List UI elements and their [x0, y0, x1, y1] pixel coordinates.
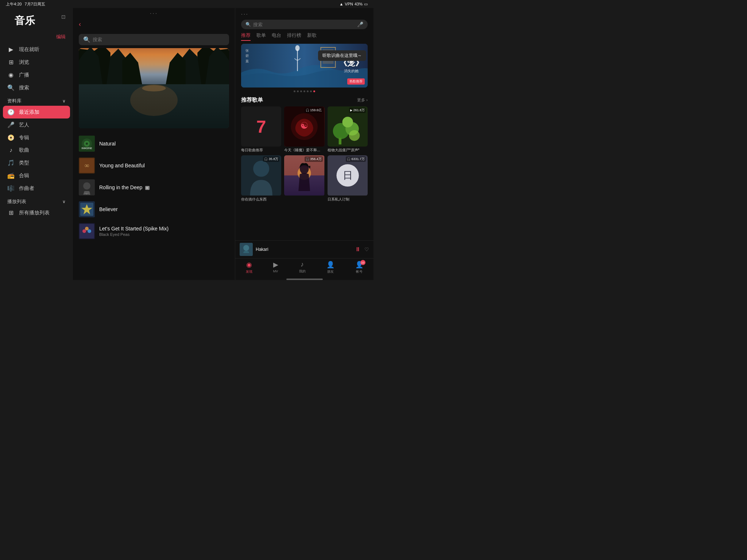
account-nav-label: 帐号 [356, 269, 363, 274]
sidebar-item-artists[interactable]: 🎤 艺人 [0, 118, 73, 131]
tab-new[interactable]: 新歌 [307, 32, 317, 41]
center-top-bar: ··· [73, 8, 235, 19]
playlist-card-daily7[interactable]: 7 每日歌曲推荐 [241, 106, 281, 152]
now-playing-info: Hakari [256, 247, 352, 252]
song-item-natural[interactable]: IMAGINE Natural [76, 133, 232, 155]
artists-icon: 🎤 [7, 121, 15, 128]
song-item-rolling[interactable]: ADELE Rolling in the Deep E [76, 176, 232, 198]
tooltip: 听歌识曲在这里哦～ [318, 50, 366, 61]
tab-movie[interactable]: 电台 [272, 32, 281, 41]
sidebar-item-genres[interactable]: 🎵 类型 [0, 156, 73, 169]
svg-text:ADELE: ADELE [83, 193, 90, 195]
song-item-believer[interactable]: Believer [76, 198, 232, 220]
sidebar-item-recent[interactable]: 🕐 最近添加 [3, 106, 70, 118]
sidebar-label-genres: 类型 [19, 160, 29, 166]
tabs-bar: 推荐 歌单 电台 排行榜 新歌 [235, 31, 374, 42]
account-nav-icon: 👤 10 [355, 261, 363, 269]
bottom-nav: ◉ 发现 ▶ MV ♪ 我的 👤 朋友 👤 10 帐号 [235, 258, 374, 278]
sidebar-item-composers[interactable]: 🎼 作曲者 [0, 182, 73, 195]
sidebar-item-radio[interactable]: ◉ 广播 [0, 69, 73, 81]
recommend-title: 推荐歌单 [241, 97, 263, 104]
playlist-section: 播放列表 ∨ [0, 195, 73, 206]
main-layout: 音乐 ⊡ 编辑 ▶ 现在就听 ⊞ 浏览 ◉ 广播 🔍 搜索 资料库 ∨ 🕐 最近… [0, 8, 374, 280]
tab-rank[interactable]: 排行榜 [287, 32, 301, 41]
right-panel: ··· 🔍 🎤 听歌识曲在这里哦～ 推荐 歌单 电台 排行榜 新歌 [235, 8, 374, 280]
playlist-card-japanese[interactable]: 日 🎧 6331.7万 日系私人订制 [328, 155, 368, 201]
svg-point-44 [349, 130, 360, 141]
right-search-bar[interactable]: 🔍 🎤 [241, 20, 368, 29]
svg-point-43 [342, 117, 353, 127]
now-playing-icon: ▶ [7, 46, 15, 53]
playlist-card-plants[interactable]: ▶ 261.8万 植物大战僵尸*原声* [328, 106, 368, 152]
heart-button[interactable]: ♡ [364, 246, 369, 252]
library-section: 资料库 ∨ [0, 94, 73, 106]
sidebar-label-browse: 浏览 [19, 59, 29, 66]
song-info-natural: Natural [99, 141, 229, 147]
playlist-card-whatdo[interactable]: 🎧 35.8万 你在搞什么东西 [241, 155, 281, 201]
playlist-card-sleep[interactable]: ☯ 🎧 159.6亿 今天《睡魔》爱不释... [284, 106, 324, 152]
song-title-rolling: Rolling in the Deep E [99, 184, 229, 190]
sidebar-label-artists: 艺人 [19, 122, 29, 128]
song-title-believer: Believer [99, 206, 229, 212]
discover-nav-icon: ◉ [246, 261, 252, 269]
center-search-input[interactable] [93, 37, 225, 42]
pause-button[interactable]: ⏸ [355, 246, 361, 253]
library-arrow[interactable]: ∨ [62, 98, 66, 104]
time: 上午4:20 [6, 1, 22, 7]
sidebar-item-albums[interactable]: 📀 专辑 [0, 131, 73, 144]
playlist-card-anime[interactable]: 🎧 356.4万 [284, 155, 324, 201]
nav-item-discover[interactable]: ◉ 发现 [246, 261, 252, 274]
more-link[interactable]: 更多 › [357, 97, 368, 103]
sidebar-item-search[interactable]: 🔍 搜索 [0, 81, 73, 94]
playlist-thumb-japanese: 日 🎧 6331.7万 [328, 155, 368, 195]
song-artist-lets: Black Eyed Peas [99, 232, 229, 237]
center-search-bar[interactable]: 🔍 [79, 34, 229, 45]
date: 7月7日周五 [24, 1, 45, 7]
edit-button[interactable]: 编辑 [56, 34, 66, 40]
nav-item-account[interactable]: 👤 10 帐号 [355, 261, 363, 274]
sidebar-label-compilations: 合辑 [19, 172, 29, 179]
sidebar-item-songs[interactable]: ♪ 歌曲 [0, 144, 73, 156]
sidebar-item-now-playing[interactable]: ▶ 现在就听 [0, 43, 73, 56]
compilations-icon: 📻 [7, 172, 15, 179]
songs-icon: ♪ [7, 147, 15, 153]
song-thumb-lets [79, 223, 95, 239]
search-area: 🔍 🎤 听歌识曲在这里哦～ [235, 18, 374, 31]
daily-number: 7 [256, 117, 266, 137]
playlist-name-japanese: 日系私人订制 [328, 197, 368, 202]
tab-playlist[interactable]: 歌单 [256, 32, 266, 41]
svg-point-21 [83, 182, 90, 190]
song-item-lets[interactable]: Let's Get It Started (Spike Mix) Black E… [76, 220, 232, 242]
now-playing-title: Hakari [256, 247, 352, 252]
playlist-arrow[interactable]: ∨ [62, 199, 66, 204]
sidebar-item-browse[interactable]: ⊞ 浏览 [0, 56, 73, 69]
sidebar-item-compilations[interactable]: 📻 合辑 [0, 169, 73, 182]
svg-text:∞: ∞ [85, 162, 89, 169]
nav-item-friends[interactable]: 👤 朋友 [326, 261, 334, 274]
center-dots: ··· [150, 10, 158, 17]
forest-scene [79, 48, 229, 128]
discover-nav-label: 发现 [246, 269, 252, 274]
battery-icon: ▭ [364, 2, 368, 7]
song-item-young[interactable]: ∞ Young and Beautiful [76, 155, 232, 176]
tab-discover[interactable]: 推荐 [241, 32, 251, 41]
playlist-count-anime: 🎧 356.4万 [305, 156, 323, 162]
sidebar-layout-icon[interactable]: ⊡ [61, 14, 66, 20]
mic-icon[interactable]: 🎤 [357, 22, 363, 27]
svg-text:IMAGINE: IMAGINE [81, 147, 92, 149]
nav-item-mv[interactable]: ▶ MV [273, 261, 278, 274]
sidebar-item-all-playlists[interactable]: ⊞ 所有播放列表 [0, 206, 73, 219]
song-thumb-young: ∞ [79, 158, 95, 174]
dot-2 [297, 90, 299, 92]
song-title-young: Young and Beautiful [99, 163, 229, 168]
svg-point-11 [142, 85, 166, 91]
banner-left-text: 张碧晨 [245, 48, 249, 64]
back-button[interactable]: ‹ [76, 19, 84, 30]
battery: 43% [355, 2, 363, 6]
hot-badge: 热歌推荐 [347, 78, 365, 85]
nav-item-mine[interactable]: ♪ 我的 [299, 261, 306, 274]
right-search-input[interactable] [253, 22, 355, 27]
now-playing-thumb [240, 243, 253, 256]
sidebar-label-search: 搜索 [19, 85, 29, 91]
now-playing-bar: Hakari ⏸ ♡ [235, 240, 374, 258]
